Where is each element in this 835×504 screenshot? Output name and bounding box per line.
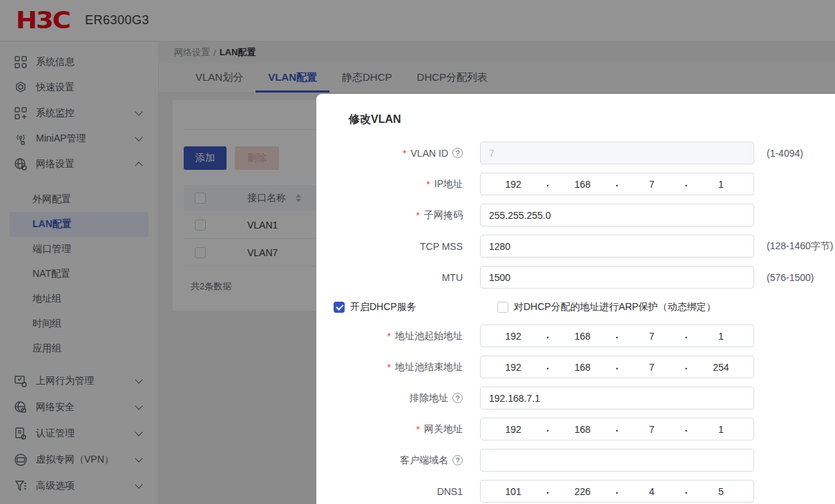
help-icon[interactable]: ?	[452, 393, 463, 403]
field-pool-end: * 地址池结束地址 192· 168· 7· 254	[316, 356, 835, 378]
subnet-mask-input[interactable]	[480, 204, 754, 226]
pool-end-input[interactable]: 192· 168· 7· 254	[480, 356, 754, 378]
tcp-mss-input[interactable]	[480, 235, 754, 258]
field-hint: (576-1500)	[767, 272, 814, 283]
help-icon[interactable]: ?	[452, 148, 463, 158]
dns1-input[interactable]: 101· 226· 4· 5	[480, 480, 754, 503]
dhcp-options-row: 开启DHCP服务 对DHCP分配的地址进行ARP保护（动态绑定）	[316, 300, 835, 314]
required-marker: *	[403, 148, 406, 159]
modal-title: 修改VLAN	[349, 112, 835, 127]
vlan-id-input	[480, 142, 754, 164]
mtu-input[interactable]	[480, 266, 754, 289]
field-tcp-mss: TCP MSS (128-1460字节)	[316, 235, 835, 258]
field-gateway: * 网关地址 192· 168· 7· 1	[316, 418, 835, 440]
field-pool-start: * 地址池起始地址 192· 168· 7· 1	[316, 324, 835, 347]
excluded-address-input[interactable]	[480, 387, 754, 409]
field-dns1: DNS1 101· 226· 4· 5	[316, 480, 835, 503]
edit-vlan-modal: 修改VLAN * VLAN ID ? (1-4094) * IP地址 192· …	[316, 94, 835, 504]
client-domain-input[interactable]	[480, 449, 754, 472]
field-hint: (128-1460字节)	[767, 240, 834, 253]
field-vlan-id: * VLAN ID ? (1-4094)	[316, 142, 835, 164]
arp-protect-checkbox[interactable]	[497, 302, 508, 313]
field-subnet-mask: * 子网掩码	[316, 204, 835, 226]
help-icon[interactable]: ?	[452, 455, 463, 465]
field-hint: (1-4094)	[767, 148, 803, 159]
field-excluded-address: 排除地址 ?	[316, 387, 835, 409]
ip-address-input[interactable]: 192· 168· 7· 1	[480, 173, 754, 195]
field-client-domain: 客户端域名 ?	[316, 449, 835, 472]
enable-dhcp-checkbox[interactable]	[334, 302, 345, 313]
field-ip-address: * IP地址 192· 168· 7· 1	[316, 173, 835, 195]
field-mtu: MTU (576-1500)	[316, 266, 835, 289]
gateway-input[interactable]: 192· 168· 7· 1	[480, 418, 754, 440]
pool-start-input[interactable]: 192· 168· 7· 1	[480, 324, 754, 347]
